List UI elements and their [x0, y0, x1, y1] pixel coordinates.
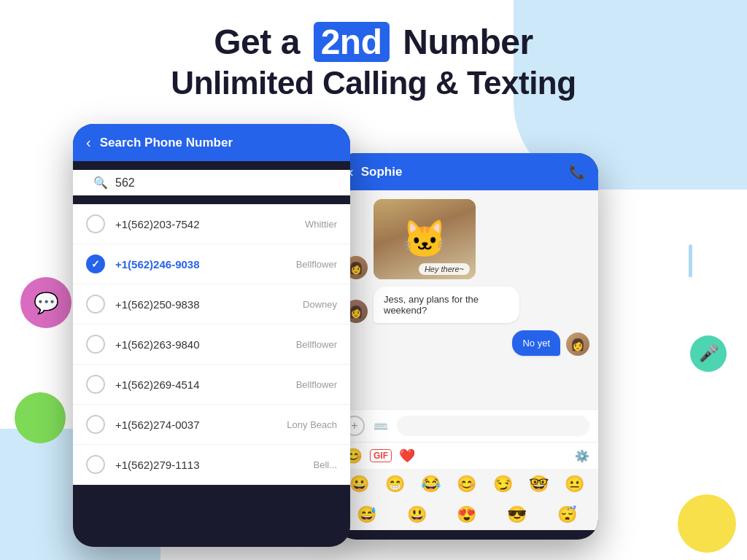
keyboard-icon[interactable]: ⌨️ — [371, 416, 391, 436]
phone-number-list: +1(562)203-7542 Whittier ✓ +1(562)246-90… — [73, 204, 350, 485]
radio-selected[interactable]: ✓ — [86, 254, 105, 273]
chat-contact-name: Sophie — [361, 165, 403, 179]
message-row-image: 👩 🐱 Hey there~ — [344, 199, 589, 279]
emoji-row: 😀 😁 😂 😊 😏 🤓 😐 — [336, 469, 598, 499]
phones-area: ‹ Search Phone Number 🔍 562 +1(562)203-7… — [73, 124, 703, 547]
phone-number-text-selected: +1(562)246-9038 — [115, 258, 286, 271]
emoji-item[interactable]: 😃 — [407, 505, 427, 524]
chat-bubble-icon: 💬 — [34, 291, 59, 315]
phone-city-text: Whittier — [305, 219, 337, 230]
chat-input-area: + ⌨️ — [336, 409, 598, 442]
received-message-bubble: Jess, any plans for the weekend? — [374, 287, 519, 323]
emoji-item[interactable]: 😁 — [385, 475, 405, 494]
phone-list-item[interactable]: +1(562)279-1113 Bell... — [73, 445, 350, 485]
radio-unselected[interactable] — [86, 295, 105, 314]
phone-city-text: Bellflower — [296, 379, 337, 390]
phone-number-text: +1(562)203-7542 — [115, 218, 295, 230]
call-icon[interactable]: 📞 — [569, 164, 585, 180]
gif-button[interactable]: GIF — [370, 449, 392, 462]
phone-city-text: Lony Beach — [287, 419, 337, 430]
phone-number-text: +1(562)279-1113 — [115, 459, 303, 471]
emoji-item[interactable]: 😅 — [357, 505, 376, 524]
radio-unselected[interactable] — [86, 214, 105, 233]
phone-list-item[interactable]: +1(562)274-0037 Lony Beach — [73, 405, 350, 445]
phone-list-item[interactable]: +1(562)269-4514 Bellflower — [73, 365, 350, 405]
heading-line2: Unlimited Calling & Texting — [0, 65, 747, 101]
settings-icon[interactable]: ⚙️ — [575, 449, 589, 463]
emoji-item[interactable]: 🤓 — [529, 475, 549, 494]
message-input[interactable] — [397, 416, 589, 436]
message-text: Jess, any plans for the weekend? — [384, 294, 479, 316]
search-query-text: 562 — [115, 176, 135, 190]
emoji-bar: 😊 GIF ❤️ ⚙️ — [336, 442, 598, 469]
phone-list-item[interactable]: +1(562)263-9840 Bellflower — [73, 324, 350, 365]
phone-city-text: Downey — [303, 299, 337, 310]
heading-suffix: Number — [394, 23, 533, 61]
back-arrow-icon[interactable]: ‹ — [86, 134, 91, 151]
left-phone-header: ‹ Search Phone Number — [73, 124, 350, 161]
phone-list-item-selected[interactable]: ✓ +1(562)246-9038 Bellflower — [73, 244, 350, 284]
phone-list-item[interactable]: +1(562)250-9838 Downey — [73, 284, 350, 324]
heading-area: Get a 2nd Number Unlimited Calling & Tex… — [0, 22, 747, 101]
message-row-received: 👩 Jess, any plans for the weekend? — [344, 287, 589, 323]
search-icon: 🔍 — [93, 176, 108, 190]
heading-prefix: Get a — [214, 23, 309, 61]
cat-emoji: 🐱 — [402, 221, 447, 257]
chat-header-left: ‹ Sophie — [349, 163, 402, 180]
search-bar[interactable]: 🔍 562 — [82, 170, 341, 195]
phone-city-text: Bell... — [313, 459, 337, 470]
image-caption: Hey there~ — [419, 263, 470, 275]
sent-message-bubble: No yet — [512, 330, 560, 356]
chat-header: ‹ Sophie 📞 — [336, 153, 598, 190]
phone-number-text: +1(562)274-0037 — [115, 419, 276, 431]
cat-image-message: 🐱 Hey there~ — [374, 199, 476, 279]
message-row-sent: 👩 No yet — [344, 330, 589, 356]
radio-unselected[interactable] — [86, 375, 105, 394]
heading-line1: Get a 2nd Number — [0, 22, 747, 62]
emoji-item[interactable]: 😴 — [557, 505, 577, 524]
right-phone: ‹ Sophie 📞 👩 🐱 Hey there~ 👩 — [336, 153, 598, 540]
emoji-item[interactable]: 😎 — [507, 505, 527, 524]
emoji-item[interactable]: 😏 — [493, 475, 513, 494]
phone-number-text: +1(562)250-9838 — [115, 298, 293, 311]
deco-chat-bubble: 💬 — [20, 277, 71, 328]
left-phone: ‹ Search Phone Number 🔍 562 +1(562)203-7… — [73, 124, 350, 547]
radio-unselected[interactable] — [86, 455, 105, 474]
phone-city-text: Bellflower — [296, 259, 337, 270]
my-avatar: 👩 — [566, 332, 589, 356]
phone-list-item[interactable]: +1(562)203-7542 Whittier — [73, 204, 350, 244]
deco-green-circle — [15, 392, 66, 443]
emoji-item[interactable]: 😐 — [565, 475, 584, 494]
emoji-item[interactable]: 😊 — [457, 475, 476, 494]
emoji-item[interactable]: 😀 — [349, 475, 369, 494]
emoji-item[interactable]: 😂 — [421, 475, 441, 494]
reply-text: No yet — [522, 338, 550, 349]
left-phone-title: Search Phone Number — [100, 136, 233, 150]
heading-highlight: 2nd — [314, 22, 390, 62]
phone-city-text: Bellflower — [296, 339, 337, 350]
radio-unselected[interactable] — [86, 335, 105, 354]
radio-unselected[interactable] — [86, 415, 105, 434]
heart-icon[interactable]: ❤️ — [399, 448, 415, 464]
emoji-item[interactable]: 😍 — [457, 505, 476, 524]
phone-number-text: +1(562)269-4514 — [115, 378, 286, 391]
emoji-row-2: 😅 😃 😍 😎 😴 — [336, 499, 598, 530]
phone-number-text: +1(562)263-9840 — [115, 338, 286, 351]
chat-messages-area: 👩 🐱 Hey there~ 👩 Jess, any plans for the… — [336, 190, 598, 409]
